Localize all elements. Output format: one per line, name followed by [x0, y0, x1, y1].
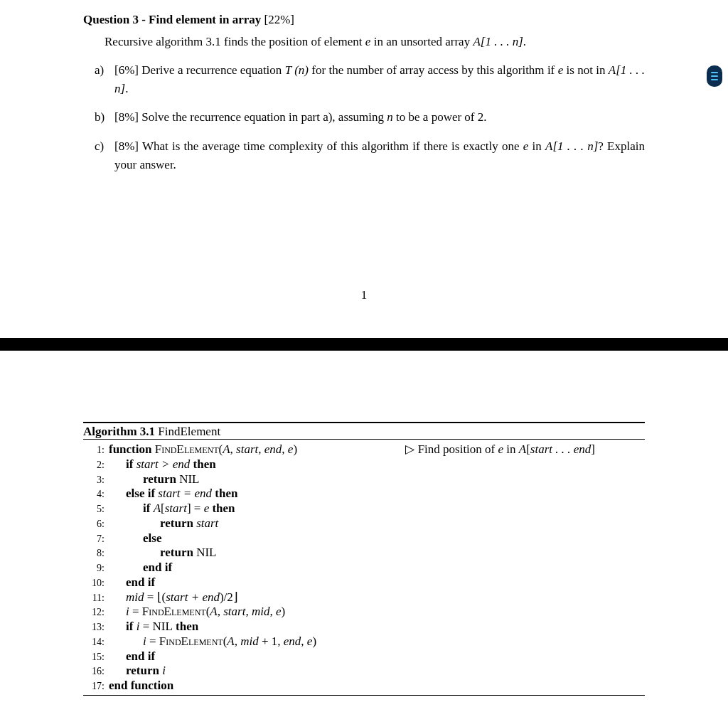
algorithm-line: 3:return NIL — [83, 472, 645, 487]
algorithm-line: 4:else if start = end then — [83, 487, 645, 501]
line-code: return NIL — [109, 546, 216, 561]
line-number: 8: — [83, 547, 109, 559]
line-code: return i — [109, 664, 166, 679]
question-heading: Question 3 - Find element in array [22%] — [83, 13, 645, 27]
line-number: 12: — [83, 606, 109, 618]
page-number: 1 — [83, 288, 645, 302]
line-number: 2: — [83, 459, 109, 471]
algorithm-box: Algorithm 3.1 FindElement 1:function Fin… — [83, 422, 645, 695]
line-code: mid = ⌊(start + end)/2⌋ — [109, 590, 238, 605]
line-number: 10: — [83, 577, 109, 589]
algorithm-line: 9:end if — [83, 561, 645, 575]
line-code: end if — [109, 561, 172, 575]
line-code: end function — [109, 679, 173, 694]
page-1: Question 3 - Find element in array [22%]… — [83, 0, 645, 338]
line-code: function FindElement(A, start, end, e) — [109, 442, 297, 457]
line-code: if i = NIL then — [109, 620, 198, 634]
part-letter: b) — [95, 108, 114, 127]
part-c: c) [8%] What is the average time complex… — [95, 137, 645, 175]
line-number: 6: — [83, 518, 109, 530]
line-number: 4: — [83, 488, 109, 500]
algorithm-line: 1:function FindElement(A, start, end, e)… — [83, 442, 645, 457]
line-number: 15: — [83, 651, 109, 663]
part-a: a) [6%] Derive a recurrence equation T (… — [95, 61, 645, 99]
algorithm-lines: 1:function FindElement(A, start, end, e)… — [83, 439, 645, 695]
line-number: 17: — [83, 680, 109, 692]
line-number: 5: — [83, 503, 109, 515]
line-code: if A[start] = e then — [109, 501, 235, 516]
line-code: if start > end then — [109, 457, 216, 472]
part-body: [8%] What is the average time complexity… — [114, 137, 645, 175]
line-code: else — [109, 531, 161, 546]
line-code: return start — [109, 516, 218, 531]
question-title: Question 3 - Find element in array — [83, 13, 261, 26]
algorithm-line: 14:i = FindElement(A, mid + 1, end, e) — [83, 634, 645, 649]
algorithm-line: 12:i = FindElement(A, start, mid, e) — [83, 605, 645, 620]
page-divider — [0, 338, 728, 351]
algorithm-line: 8:return NIL — [83, 546, 645, 561]
line-comment: ▷ Find position of e in A[start . . . en… — [405, 442, 645, 457]
line-number: 7: — [83, 533, 109, 545]
part-b: b) [8%] Solve the recurrence equation in… — [95, 108, 645, 127]
algorithm-line: 10:end if — [83, 575, 645, 590]
algorithm-line: 2:if start > end then — [83, 457, 645, 472]
question-percent: [22%] — [261, 13, 294, 26]
algorithm-line: 5:if A[start] = e then — [83, 501, 645, 516]
menu-icon — [711, 75, 718, 77]
line-number: 14: — [83, 636, 109, 648]
line-number: 11: — [83, 592, 109, 604]
part-letter: a) — [95, 61, 114, 80]
line-code: return NIL — [109, 472, 199, 487]
menu-icon — [711, 72, 718, 73]
line-code: end if — [109, 575, 155, 590]
part-body: [6%] Derive a recurrence equation T (n) … — [114, 61, 645, 99]
algorithm-title: Algorithm 3.1 FindElement — [83, 422, 645, 439]
question-intro: Recursive algorithm 3.1 finds the positi… — [105, 33, 645, 51]
line-number: 16: — [83, 665, 109, 677]
algorithm-line: 7:else — [83, 531, 645, 546]
algorithm-line: 6:return start — [83, 516, 645, 531]
algorithm-line: 16:return i — [83, 664, 645, 679]
algorithm-line: 15:end if — [83, 649, 645, 664]
line-code: end if — [109, 649, 155, 664]
part-body: [8%] Solve the recurrence equation in pa… — [114, 108, 645, 127]
line-number: 3: — [83, 474, 109, 486]
line-number: 13: — [83, 621, 109, 633]
menu-icon — [711, 79, 718, 80]
line-number: 9: — [83, 562, 109, 574]
algorithm-line: 17:end function — [83, 679, 645, 694]
side-menu-button[interactable] — [707, 65, 722, 87]
line-number: 1: — [83, 444, 109, 456]
question-parts: a) [6%] Derive a recurrence equation T (… — [95, 61, 645, 175]
algorithm-line: 13:if i = NIL then — [83, 620, 645, 634]
page-gap — [0, 351, 728, 422]
algorithm-line: 11:mid = ⌊(start + end)/2⌋ — [83, 590, 645, 605]
line-code: i = FindElement(A, start, mid, e) — [109, 605, 285, 620]
part-letter: c) — [95, 137, 114, 156]
line-code: i = FindElement(A, mid + 1, end, e) — [109, 634, 316, 649]
line-code: else if start = end then — [109, 487, 237, 501]
